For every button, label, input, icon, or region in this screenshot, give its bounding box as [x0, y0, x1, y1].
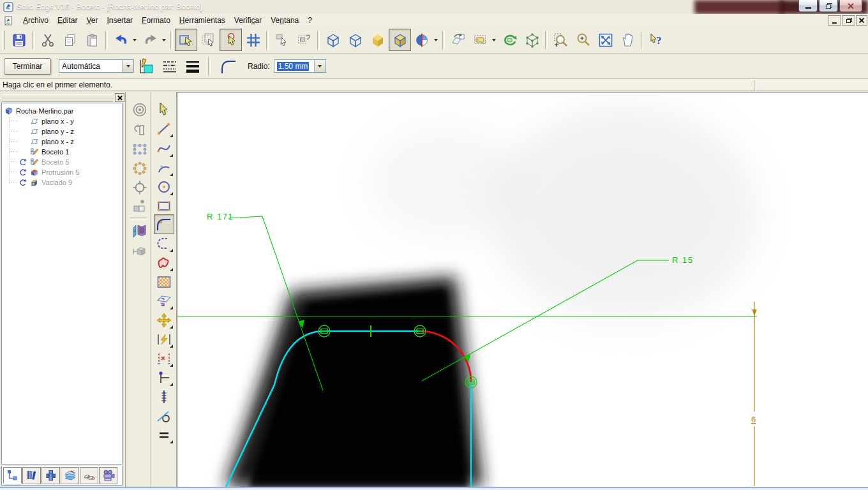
- offset-tool[interactable]: [154, 234, 174, 253]
- select-arrow-button[interactable]: [220, 29, 242, 51]
- paste-button[interactable]: [81, 29, 103, 51]
- concentric-tool-button[interactable]: [130, 100, 150, 119]
- finish-button[interactable]: Terminar: [4, 58, 51, 75]
- redo-button[interactable]: [139, 29, 161, 51]
- dimension-r15-label[interactable]: R 15: [672, 255, 693, 265]
- cut-button[interactable]: [36, 29, 59, 51]
- select-sketch-tool[interactable]: [154, 99, 174, 119]
- smart-dimension-tool[interactable]: [154, 329, 174, 349]
- menu-herramientas[interactable]: Herramientas: [175, 15, 230, 26]
- help-button[interactable]: ?: [645, 29, 668, 51]
- edgebar-grip[interactable]: [2, 94, 113, 102]
- dimension-6[interactable]: [752, 302, 757, 486]
- menu-insertar[interactable]: Insertar: [102, 15, 137, 26]
- fit-button[interactable]: [594, 29, 617, 51]
- tab-animation[interactable]: [99, 467, 117, 484]
- tab-pathfinder[interactable]: [3, 467, 22, 484]
- rotate-sketch-plane-button[interactable]: [447, 29, 469, 51]
- select-overlay-button[interactable]: [197, 29, 220, 51]
- tangent-circle-tool[interactable]: [154, 406, 174, 426]
- restore-button[interactable]: [819, 0, 838, 12]
- menu-verificar[interactable]: Verificar: [230, 15, 266, 26]
- minimize-button[interactable]: [798, 0, 818, 12]
- dimension-style-combo[interactable]: Automática: [59, 59, 134, 73]
- menu-ventana[interactable]: Ventana: [266, 15, 303, 26]
- rectangle-tool[interactable]: [154, 196, 174, 216]
- tree-item-plane[interactable]: plano x - z: [2, 137, 122, 147]
- redo-dropdown[interactable]: [162, 39, 166, 41]
- circle-tool[interactable]: [154, 177, 174, 197]
- contour-tool[interactable]: [154, 253, 174, 272]
- point-circle-tool-button[interactable]: [130, 158, 150, 178]
- sketch-viewport[interactable]: R 171 R 15 6: [177, 92, 868, 487]
- sketch-color-button[interactable]: [136, 56, 157, 77]
- clip-link-button[interactable]: [293, 29, 315, 51]
- tab-sensors[interactable]: [80, 467, 98, 484]
- style-combo-dropdown[interactable]: [122, 60, 133, 72]
- undo-button[interactable]: [110, 29, 132, 51]
- radius-value[interactable]: 1.50 mm: [277, 62, 310, 71]
- zoom-area-button[interactable]: [550, 29, 572, 51]
- labels-tag-button[interactable]: [469, 29, 491, 51]
- move-tool[interactable]: [154, 310, 174, 330]
- hidden-edge-view-button[interactable]: [344, 29, 366, 51]
- arc-tool[interactable]: [154, 158, 174, 177]
- labels-dropdown[interactable]: [492, 39, 496, 41]
- solid-box-tool-button[interactable]: [130, 241, 150, 261]
- menu-ver[interactable]: Ver: [82, 15, 102, 26]
- mdi-close-button[interactable]: [856, 15, 867, 26]
- copy-button[interactable]: [59, 29, 81, 51]
- pattern-tool-button[interactable]: [130, 197, 150, 216]
- sketch-plane-tool[interactable]: [154, 291, 174, 311]
- tree-item-plane[interactable]: plano x - y: [2, 116, 122, 126]
- tree-item-sketch[interactable]: Boceto 1: [2, 147, 122, 157]
- apply-cursor-button[interactable]: [271, 29, 293, 51]
- revolve-tool-button[interactable]: [130, 120, 150, 140]
- tab-family-of-parts[interactable]: [41, 467, 60, 484]
- tab-layers[interactable]: [61, 467, 79, 484]
- line-style-button[interactable]: [159, 56, 180, 77]
- tree-item-root[interactable]: Rocha-Merlino.par: [2, 103, 122, 116]
- tree-item-cutout[interactable]: Vaciado 9: [2, 177, 122, 188]
- rotate-view-button[interactable]: [498, 29, 521, 51]
- mdi-minimize-button[interactable]: [828, 15, 841, 26]
- fillet-option-button[interactable]: [218, 56, 239, 77]
- surface-tool-button[interactable]: [130, 221, 150, 241]
- point-mesh-tool-button[interactable]: [130, 139, 150, 159]
- select-tool-button[interactable]: [175, 29, 197, 51]
- close-button[interactable]: [839, 0, 862, 12]
- distance-between-tool[interactable]: [154, 348, 174, 368]
- menu-formato[interactable]: Formato: [137, 15, 175, 26]
- tree-item-sketch[interactable]: Boceto 5: [2, 157, 122, 167]
- undo-dropdown[interactable]: [133, 39, 137, 41]
- wireframe-view-button[interactable]: [322, 29, 344, 51]
- section-view-dropdown[interactable]: [434, 39, 438, 41]
- radius-combo[interactable]: 1.50 mm: [274, 59, 326, 73]
- section-view-button[interactable]: [411, 29, 433, 51]
- edgebar-close-button[interactable]: [115, 93, 124, 102]
- mdi-restore-button[interactable]: [842, 15, 855, 26]
- save-button[interactable]: [8, 29, 30, 51]
- shaded-edges-view-button[interactable]: [389, 29, 411, 51]
- tree-item-plane[interactable]: plano y - z: [2, 126, 122, 137]
- pan-button[interactable]: [617, 29, 639, 51]
- tree-item-protrusion[interactable]: Protrusión 5: [2, 167, 122, 177]
- equal-tool[interactable]: [154, 425, 174, 445]
- shaded-view-button[interactable]: [366, 29, 389, 51]
- dimension-6-label[interactable]: 6: [751, 415, 756, 424]
- connect-tool[interactable]: [154, 368, 174, 387]
- zoom-button[interactable]: [572, 29, 594, 51]
- menu-help[interactable]: ?: [303, 15, 317, 26]
- fill-hatch-tool[interactable]: [154, 272, 174, 292]
- line-width-button[interactable]: [182, 56, 203, 77]
- menu-archivo[interactable]: Archivo: [19, 15, 53, 26]
- symmetry-axis-tool[interactable]: [154, 387, 174, 406]
- center-point-tool-button[interactable]: [130, 177, 150, 197]
- menu-editar[interactable]: Editar: [53, 15, 82, 26]
- box-zoom-view-button[interactable]: [521, 29, 543, 51]
- line-tool[interactable]: [154, 119, 174, 138]
- curve-tool[interactable]: [154, 138, 174, 158]
- title-bar[interactable]: Solid Edge V16 - Boceto - [Rocha-Merlino…: [0, 0, 868, 14]
- fillet-tool[interactable]: [154, 214, 174, 234]
- dimension-r171-label[interactable]: R 171: [207, 212, 234, 221]
